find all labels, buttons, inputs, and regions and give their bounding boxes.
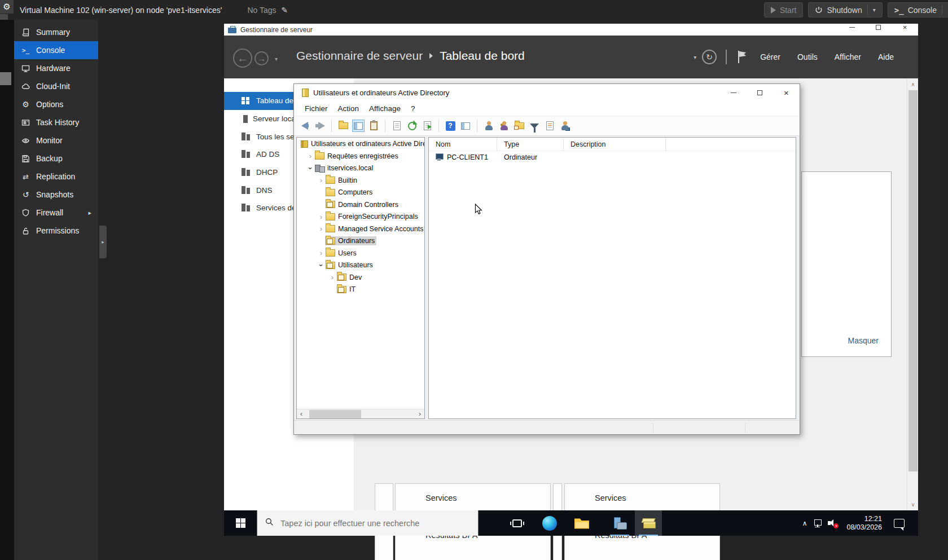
expander-expanded-icon[interactable]: › <box>306 164 315 172</box>
sidebar-item-monitor[interactable]: Monitor <box>14 131 98 149</box>
scroll-left-icon[interactable]: ‹ <box>297 409 306 418</box>
expander-collapsed-icon[interactable]: › <box>306 152 314 160</box>
tree-item-requetes[interactable]: › Requêtes enregistrées <box>297 150 424 162</box>
forward-button[interactable]: → <box>254 51 269 65</box>
back-icon[interactable] <box>299 120 311 132</box>
server-manager-titlebar[interactable]: Gestionnaire de serveur × <box>224 24 918 36</box>
maximize-button[interactable] <box>747 84 773 101</box>
edit-tags-icon[interactable]: ✎ <box>281 6 288 15</box>
tree-item-it[interactable]: IT <box>297 283 424 296</box>
tree-item-dev[interactable]: › Dev <box>297 271 424 284</box>
up-one-level-icon[interactable] <box>337 120 349 132</box>
sidebar-item-options[interactable]: ⚙ Options <box>14 95 98 113</box>
taskbar-search[interactable] <box>257 510 479 536</box>
edge-button[interactable] <box>536 510 563 536</box>
close-button[interactable]: × <box>892 24 918 31</box>
new-computer-icon[interactable] <box>559 120 571 132</box>
expander-collapsed-icon[interactable]: › <box>317 249 325 257</box>
refresh-button[interactable]: ↻ <box>702 50 717 64</box>
new-ou-icon[interactable] <box>513 120 525 132</box>
tree-item-domain[interactable]: › itservices.local <box>297 162 424 174</box>
sidebar-item-backup[interactable]: Backup <box>14 149 98 167</box>
minimize-button[interactable] <box>839 24 865 31</box>
scroll-up-icon[interactable]: ∧ <box>907 80 919 89</box>
tile1-services-link[interactable]: Services <box>425 493 550 512</box>
menu-afficher[interactable]: Afficher <box>826 52 870 61</box>
sidebar-item-cloud-init[interactable]: Cloud-Init <box>14 77 98 95</box>
menu-action[interactable]: Action <box>333 103 365 114</box>
shutdown-caret-icon[interactable]: ▾ <box>873 7 876 13</box>
aduc-taskbar-button[interactable] <box>635 510 662 536</box>
back-button[interactable]: ← <box>233 48 252 68</box>
menu-outils[interactable]: Outils <box>789 52 826 61</box>
console-button[interactable]: >_ Console <box>888 2 948 17</box>
sidebar-item-task-history[interactable]: Task History <box>14 113 98 131</box>
tile2-services-link[interactable]: Services <box>595 493 719 512</box>
new-group-icon[interactable] <box>498 120 510 132</box>
new-user-icon[interactable] <box>482 120 495 132</box>
tree-horizontal-scrollbar[interactable]: ‹ › <box>297 409 424 418</box>
menu-aide[interactable]: Aide <box>870 52 902 61</box>
file-explorer-button[interactable] <box>568 510 595 536</box>
start-button[interactable]: Start <box>764 2 804 17</box>
flag-icon[interactable] <box>737 51 746 63</box>
gear-icon[interactable]: ⚙ <box>0 0 14 14</box>
start-menu-button[interactable] <box>224 510 257 536</box>
filter-icon[interactable] <box>528 120 541 132</box>
tree-item-computers[interactable]: Computers <box>297 186 424 199</box>
sidebar-item-replication[interactable]: ⇄ Replication <box>14 167 98 186</box>
action-center-icon[interactable] <box>894 519 905 528</box>
sidebar-collapse-handle[interactable]: ▸ <box>99 226 107 258</box>
scroll-right-icon[interactable]: › <box>415 409 424 418</box>
sidebar-item-permissions[interactable]: Permissions <box>14 222 98 240</box>
tree-item-ordinateurs[interactable]: Ordinateurs <box>297 235 424 247</box>
scroll-down-icon[interactable]: ∨ <box>907 500 919 509</box>
sidebar-item-firewall[interactable]: Firewall ▸ <box>14 204 98 222</box>
menu-fichier[interactable]: Fichier <box>300 103 333 114</box>
shutdown-button[interactable]: Shutdown ▾ <box>808 2 882 17</box>
notifications-caret-icon[interactable]: ▾ <box>694 54 696 60</box>
sidebar-item-console[interactable]: >_ Console <box>14 41 98 59</box>
tree-item-managed-service[interactable]: › Managed Service Accounts <box>297 223 424 235</box>
volume-muted-icon[interactable]: × <box>828 519 838 527</box>
refresh-icon[interactable] <box>406 120 418 132</box>
minimize-button[interactable] <box>720 84 747 101</box>
menu-affichage[interactable]: Affichage <box>364 103 406 114</box>
menu-gerer[interactable]: Gérer <box>752 52 789 61</box>
expander-collapsed-icon[interactable]: › <box>317 176 325 184</box>
maximize-button[interactable] <box>865 24 892 31</box>
tree-item-utilisateurs[interactable]: › Utilisateurs <box>297 259 424 271</box>
scrollbar-thumb[interactable] <box>309 410 361 418</box>
search-input[interactable] <box>280 519 467 528</box>
show-console-tree-icon[interactable] <box>352 120 365 132</box>
menu-help[interactable]: ? <box>406 103 420 114</box>
server-manager-taskbar-button[interactable] <box>606 510 633 536</box>
network-icon[interactable] <box>814 519 824 527</box>
sidebar-item-summary[interactable]: Summary <box>14 23 98 41</box>
vertical-scrollbar[interactable]: ∧ ∨ <box>907 78 918 510</box>
expander-collapsed-icon[interactable]: › <box>317 213 325 221</box>
view-options-icon[interactable] <box>459 120 472 132</box>
scrollbar-thumb[interactable] <box>908 90 918 471</box>
list-row-pc-client1[interactable]: PC-CLIENT1 Ordinateur <box>429 151 796 163</box>
export-icon[interactable] <box>421 120 433 132</box>
taskbar-clock[interactable]: 12:21 08/03/2026 <box>842 515 886 532</box>
history-caret-icon[interactable]: ▾ <box>275 56 278 62</box>
hide-welcome-link[interactable]: Masquer <box>848 336 879 345</box>
expander-expanded-icon[interactable]: › <box>317 261 326 269</box>
column-header-description[interactable]: Description <box>564 138 666 151</box>
column-header-type[interactable]: Type <box>497 138 564 151</box>
tree-item-builtin[interactable]: › Builtin <box>297 174 424 187</box>
expander-collapsed-icon[interactable]: › <box>317 224 325 233</box>
expander-collapsed-icon[interactable]: › <box>328 273 336 281</box>
close-button[interactable]: × <box>773 84 800 101</box>
breadcrumb-root[interactable]: Gestionnaire de serveur <box>296 49 423 63</box>
tree-item-root[interactable]: Utilisateurs et ordinateurs Active Direc… <box>297 138 424 150</box>
sidebar-item-hardware[interactable]: Hardware <box>14 59 98 77</box>
properties-icon[interactable] <box>367 120 380 132</box>
forward-icon[interactable] <box>314 120 326 132</box>
export-list-icon[interactable] <box>390 120 403 132</box>
tree-item-foreign-security[interactable]: › ForeignSecurityPrincipals <box>297 210 424 223</box>
tags-control[interactable]: No Tags ✎ <box>247 6 288 15</box>
tree-item-domain-controllers[interactable]: Domain Controllers <box>297 199 424 211</box>
